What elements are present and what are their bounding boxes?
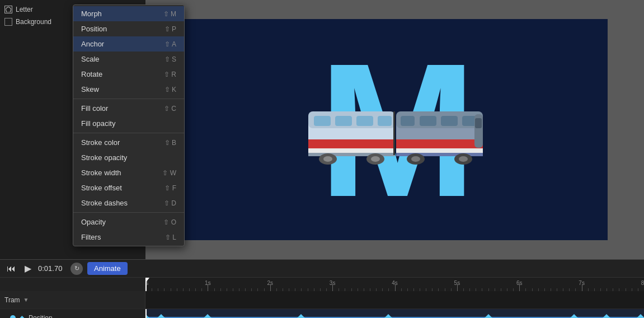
menu-item-label: Stroke dashes <box>81 199 128 207</box>
menu-item-filters[interactable]: Filters⇧ L <box>73 230 184 245</box>
menu-item-label: Rotate <box>81 70 102 78</box>
menu-item-shortcut: ⇧ R <box>164 71 176 78</box>
svg-rect-14 <box>393 111 395 155</box>
menu-item-anchor[interactable]: Anchor⇧ A <box>73 36 184 52</box>
menu-item-label: Stroke opacity <box>81 153 127 162</box>
ruler-tick-major <box>582 284 582 291</box>
keyframe-diamond[interactable] <box>484 314 492 318</box>
menu-item-fill-color[interactable]: Fill color⇧ C <box>73 101 184 116</box>
menu-divider <box>73 212 184 213</box>
menu-item-shortcut: ⇧ B <box>164 139 176 147</box>
menu-item-opacity[interactable]: Opacity⇧ O <box>73 214 184 230</box>
track-label-tram[interactable]: Tram ▼ <box>0 291 145 309</box>
menu-item-shortcut: ⇧ M <box>163 10 176 18</box>
track-labels: Tram ▼ ◆ Position <box>0 291 145 318</box>
loop-button[interactable]: ↻ <box>70 263 83 275</box>
menu-item-label: Skew <box>81 85 99 93</box>
menu-item-shortcut: ⇧ F <box>164 184 176 192</box>
context-menu: Morph⇧ MPosition⇧ PAnchor⇧ AScale⇧ SRota… <box>73 4 185 246</box>
ruler-tick-major <box>519 284 520 291</box>
menu-item-position[interactable]: Position⇧ P <box>73 21 184 36</box>
menu-item-stroke-dashes[interactable]: Stroke dashes⇧ D <box>73 195 184 211</box>
time-display: 0:01.70 <box>38 264 66 273</box>
playhead-track <box>145 309 147 318</box>
menu-item-label: Position <box>81 25 107 33</box>
layer-name-letter: Letter <box>16 6 33 13</box>
canvas-area: M <box>145 0 644 259</box>
tracks-content[interactable] <box>145 291 644 318</box>
track-name-position: Position <box>29 314 53 319</box>
menu-item-label: Morph <box>81 10 102 18</box>
animate-button[interactable]: Animate <box>87 262 128 275</box>
svg-rect-6 <box>378 116 392 126</box>
track-dot-position <box>10 315 16 319</box>
menu-item-shortcut: ⇧ W <box>162 169 176 177</box>
svg-rect-22 <box>396 148 483 153</box>
ruler-tick-major <box>332 284 333 291</box>
timeline-tracks: Tram ▼ ◆ Position <box>0 291 644 318</box>
keyframe-diamond[interactable] <box>384 314 392 318</box>
track-name-tram: Tram <box>4 296 20 304</box>
menu-item-label: Opacity <box>81 218 106 226</box>
ruler-spacer <box>0 278 145 291</box>
svg-rect-7 <box>308 139 395 148</box>
menu-item-skew[interactable]: Skew⇧ K <box>73 82 184 97</box>
menu-item-shortcut: ⇧ A <box>164 40 176 48</box>
menu-item-scale[interactable]: Scale⇧ S <box>73 52 184 67</box>
track-diamond-btn[interactable]: ◆ <box>19 314 25 319</box>
keyframe-diamond[interactable] <box>570 314 578 318</box>
menu-item-stroke-offset[interactable]: Stroke offset⇧ F <box>73 180 184 195</box>
go-start-button[interactable]: ⏮ <box>4 263 18 275</box>
layer-icon-background <box>4 18 12 26</box>
svg-point-11 <box>323 156 332 162</box>
menu-item-rotate[interactable]: Rotate⇧ R <box>73 67 184 82</box>
menu-item-label: Anchor <box>81 40 104 48</box>
svg-rect-21 <box>396 139 483 148</box>
menu-item-stroke-width[interactable]: Stroke width⇧ W <box>73 165 184 180</box>
track-dropdown-arrow: ▼ <box>23 297 29 303</box>
menu-item-label: Stroke offset <box>81 184 122 192</box>
menu-item-shortcut: ⇧ S <box>164 55 176 63</box>
keyframe-diamond[interactable] <box>297 314 305 318</box>
menu-item-stroke-opacity[interactable]: Stroke opacity <box>73 150 184 165</box>
menu-item-shortcut: ⇧ P <box>164 25 176 33</box>
svg-rect-18 <box>420 116 436 126</box>
ruler-tick-major <box>395 284 396 291</box>
layer-name-background: Background <box>16 18 51 26</box>
menu-item-fill-opacity[interactable]: Fill opacity <box>73 116 184 131</box>
svg-rect-8 <box>308 148 395 153</box>
menu-item-morph[interactable]: Morph⇧ M <box>73 6 184 21</box>
svg-rect-4 <box>335 116 352 126</box>
layer-icon-letter <box>4 6 12 13</box>
menu-item-shortcut: ⇧ K <box>164 86 176 93</box>
menu-item-label: Scale <box>81 55 100 63</box>
keyframe-diamond[interactable] <box>637 314 644 318</box>
svg-point-27 <box>459 156 468 162</box>
ruler-tick-major <box>208 284 208 291</box>
menu-item-shortcut: ⇧ L <box>165 233 176 241</box>
tram-image <box>303 95 487 173</box>
ruler-tick-major <box>457 284 458 291</box>
svg-rect-5 <box>356 116 373 126</box>
keyframe-diamond[interactable] <box>157 314 165 318</box>
timeline-ruler-row: 0s1s2s3s4s5s6s7s8s <box>0 278 644 291</box>
timeline: ⏮ ▶ 0:01.70 ↻ Animate 0s1s2s3s4s5s6s7s8s… <box>0 259 644 318</box>
svg-rect-17 <box>401 116 415 126</box>
svg-point-25 <box>411 156 420 162</box>
track-label-position[interactable]: ◆ Position <box>0 309 145 318</box>
keyframe-diamond[interactable] <box>603 314 610 318</box>
timeline-ruler[interactable]: 0s1s2s3s4s5s6s7s8s <box>145 278 644 291</box>
menu-item-stroke-color[interactable]: Stroke color⇧ B <box>73 135 184 150</box>
svg-point-13 <box>371 156 380 162</box>
canvas: M <box>182 19 608 240</box>
menu-item-shortcut: ⇧ C <box>164 105 176 113</box>
menu-divider <box>73 99 184 99</box>
play-button[interactable]: ▶ <box>22 262 34 275</box>
playhead-ruler <box>145 278 147 291</box>
menu-item-label: Stroke color <box>81 138 120 147</box>
menu-item-shortcut: ⇧ D <box>164 199 176 207</box>
menu-item-shortcut: ⇧ O <box>163 218 176 226</box>
keyframe-diamond[interactable] <box>204 314 211 318</box>
menu-item-label: Filters <box>81 233 101 241</box>
svg-marker-0 <box>6 7 11 12</box>
